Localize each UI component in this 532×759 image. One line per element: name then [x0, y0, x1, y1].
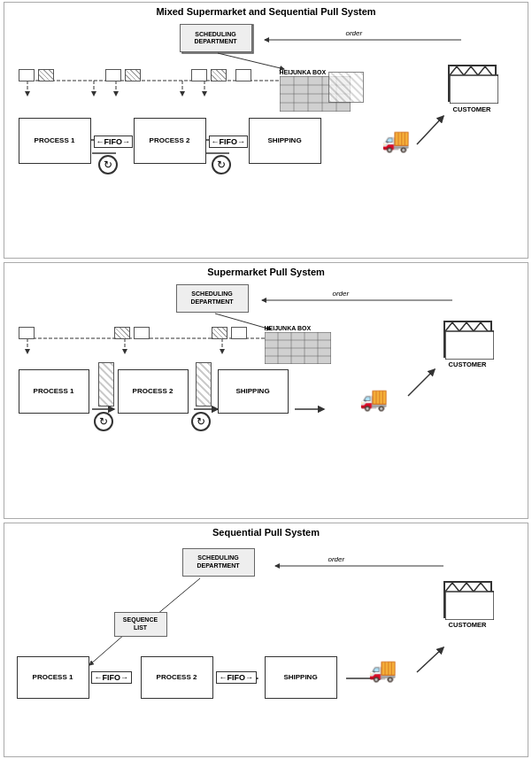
- process1-mixed: PROCESS 1: [19, 118, 91, 164]
- kanban-2-super: [114, 327, 130, 339]
- title-mixed: Mixed Supermarket and Sequential Pull Sy…: [156, 6, 375, 17]
- page: Mixed Supermarket and Sequential Pull Sy…: [0, 0, 532, 759]
- customer-label-seq: CUSTOMER: [443, 621, 492, 629]
- section-sequential: Sequential Pull System: [4, 523, 528, 757]
- truck-super: 🚚: [359, 385, 388, 413]
- circle-arrow-1-mixed: ↻: [98, 155, 118, 174]
- kanban-card-1-mixed: [19, 69, 35, 81]
- title-sequential: Sequential Pull System: [212, 527, 320, 538]
- fifo1-mixed: ←FIFO→: [94, 136, 134, 148]
- kanban-5-super: [231, 327, 247, 339]
- fifo2-mixed: ←FIFO→: [209, 136, 249, 148]
- kanban-4-super: [212, 327, 227, 339]
- scheduling-dept-super: SCHEDULINGDEPARTMENT: [176, 284, 249, 313]
- process1-super: PROCESS 1: [19, 369, 89, 414]
- order-label-mixed: order: [346, 29, 363, 37]
- shipping-super: SHIPPING: [218, 369, 289, 414]
- inventory-mixed: [328, 72, 364, 103]
- kanban-card-7-mixed: [235, 69, 251, 81]
- circle-arrow-2-mixed: ↻: [212, 155, 231, 174]
- kanban-card-3-mixed: [105, 69, 121, 81]
- scheduling-dept-seq: SCHEDULINGDEPARTMENT: [182, 548, 255, 577]
- kanban-card-6-mixed: [211, 69, 227, 81]
- customer-label-super: CUSTOMER: [443, 360, 492, 368]
- section-supermarket: Supermarket Pull System: [4, 262, 528, 519]
- svg-line-45: [89, 634, 125, 665]
- shipping-mixed: SHIPPING: [249, 118, 321, 164]
- svg-line-12: [417, 116, 443, 144]
- fifo2-seq: ←FIFO→: [216, 672, 258, 682]
- truck-mixed: 🚚: [382, 127, 410, 154]
- title-supermarket: Supermarket Pull System: [207, 267, 325, 277]
- process2-super: PROCESS 2: [118, 369, 189, 414]
- circle-1-super: ↻: [94, 412, 113, 431]
- customer-box-super: [443, 321, 492, 358]
- kanban-1-super: [19, 327, 35, 339]
- customer-box-mixed: [448, 65, 497, 102]
- svg-rect-15: [450, 75, 498, 104]
- order-label-seq: order: [328, 555, 345, 563]
- canvas-supermarket: SCHEDULINGDEPARTMENT order CUSTOMER HEIJ…: [10, 281, 523, 515]
- heijunka-super: HEIJUNKA BOX: [265, 325, 331, 366]
- process2-mixed: PROCESS 2: [134, 118, 206, 164]
- super2-super: [196, 362, 212, 407]
- heijunka-label-super: HEIJUNKA BOX: [265, 325, 331, 331]
- shipping-seq: SHIPPING: [265, 656, 337, 699]
- kanban-card-4-mixed: [125, 69, 141, 81]
- kanban-3-super: [134, 327, 150, 339]
- truck-seq: 🚚: [368, 656, 397, 684]
- svg-line-49: [417, 647, 443, 672]
- kanban-card-5-mixed: [191, 69, 207, 81]
- svg-line-9: [218, 53, 284, 69]
- canvas-mixed: SCHEDULINGDEPARTMENT order CUSTOMER HEIJ…: [10, 20, 523, 254]
- svg-rect-34: [445, 331, 494, 360]
- order-label-super: order: [333, 290, 350, 298]
- svg-rect-50: [445, 592, 494, 620]
- circle-2-super: ↻: [191, 412, 211, 431]
- fifo1-seq: ←FIFO→: [91, 672, 133, 682]
- kanban-card-2-mixed: [38, 69, 54, 81]
- sequence-list-seq: SEQUENCELIST: [114, 612, 167, 637]
- super1-super: [98, 362, 114, 407]
- scheduling-dept-mixed: SCHEDULINGDEPARTMENT: [180, 24, 252, 52]
- customer-label-mixed: CUSTOMER: [448, 105, 497, 113]
- customer-box-seq: [443, 581, 492, 618]
- process1-seq: PROCESS 1: [17, 656, 89, 699]
- process2-seq: PROCESS 2: [141, 656, 213, 699]
- section-mixed: Mixed Supermarket and Sequential Pull Sy…: [4, 2, 528, 259]
- svg-line-30: [408, 369, 435, 396]
- canvas-sequential: SCHEDULINGDEPARTMENT order CUSTOMER SEQU…: [10, 541, 523, 753]
